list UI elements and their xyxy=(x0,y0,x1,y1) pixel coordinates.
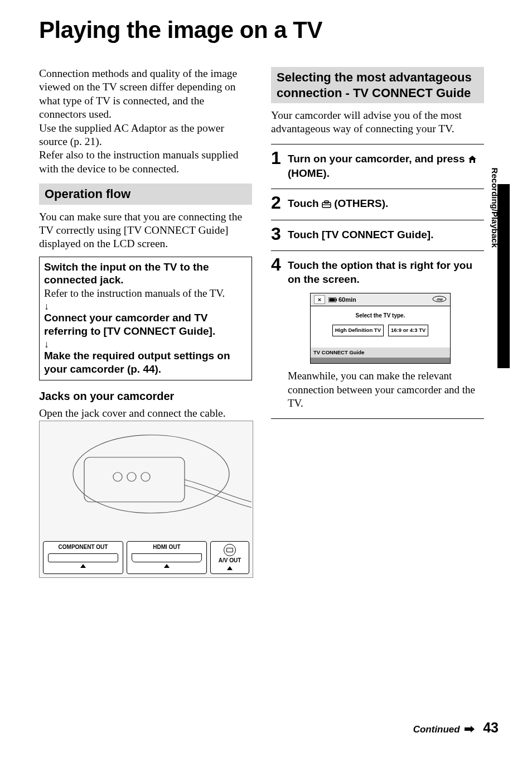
lcd-screenshot: × 60min -RW Select the TV type. High Def… xyxy=(310,293,451,364)
step-1-text-a: Turn on your camcorder, and press xyxy=(288,153,468,165)
lcd-body: Select the TV type. High Definition TV 1… xyxy=(311,306,450,347)
svg-rect-1 xyxy=(84,457,185,502)
box-step1-title: Switch the input on the TV to the connec… xyxy=(44,261,209,286)
hdmi-out-jack: HDMI OUT xyxy=(127,541,207,574)
step-number: 4 xyxy=(271,255,283,273)
step-2-text: Touch (OTHERS). xyxy=(288,194,388,212)
disc-rw-icon: -RW xyxy=(432,296,447,304)
divider xyxy=(271,220,484,220)
intro-paragraph: Connection methods and quality of the im… xyxy=(39,67,252,176)
others-toolbox-icon xyxy=(322,198,331,212)
step-1-text: Turn on your camcorder, and press (HOME)… xyxy=(288,149,484,181)
step-4: 4 Touch the option that is right for you… xyxy=(271,255,484,411)
divider xyxy=(271,144,484,144)
section-operation-flow: Operation flow xyxy=(39,184,252,205)
box-step3-title: Make the required output settings on you… xyxy=(44,350,230,375)
continued-label: Continued xyxy=(413,724,460,735)
divider xyxy=(271,250,484,251)
component-out-jack: COMPONENT OUT xyxy=(43,541,123,574)
svg-text:-RW: -RW xyxy=(436,297,443,301)
lcd-footer-label: TV CONNECT Guide xyxy=(311,348,450,358)
camcorder-drawing xyxy=(40,421,253,538)
step-4-aftertext: Meanwhile, you can make the relevant con… xyxy=(288,369,484,411)
close-icon: × xyxy=(314,295,325,304)
svg-rect-10 xyxy=(330,298,335,301)
av-out-label: A/V OUT xyxy=(219,557,241,563)
down-arrow-icon: ↓ xyxy=(44,340,247,349)
svg-point-3 xyxy=(127,472,136,481)
right-column: Selecting the most advantageous connecti… xyxy=(271,67,484,578)
option-169-43-tv: 16:9 or 4:3 TV xyxy=(388,325,428,336)
lcd-options: High Definition TV 16:9 or 4:3 TV xyxy=(315,325,446,336)
lcd-top-bar: × 60min -RW xyxy=(311,293,450,306)
page-number: 43 xyxy=(483,720,499,735)
home-icon xyxy=(468,153,477,167)
operation-flow-text: You can make sure that you are connectin… xyxy=(39,210,252,251)
jacks-label-row: COMPONENT OUT HDMI OUT A/V OUT xyxy=(40,538,253,577)
step-number: 3 xyxy=(271,225,283,243)
operation-flow-box: Switch the input on the TV to the connec… xyxy=(39,257,252,381)
component-out-label: COMPONENT OUT xyxy=(59,544,108,550)
step-3-text: Touch [TV CONNECT Guide]. xyxy=(288,225,433,242)
step-1-text-b: (HOME). xyxy=(288,167,330,179)
two-column-layout: Connection methods and quality of the im… xyxy=(39,67,499,578)
tv-connect-intro: Your camcorder will advise you of the mo… xyxy=(271,109,484,136)
step-3: 3 Touch [TV CONNECT Guide]. xyxy=(271,225,484,243)
step-1: 1 Turn on your camcorder, and press (HOM… xyxy=(271,149,484,181)
svg-point-2 xyxy=(113,472,122,481)
step-2: 2 Touch (OTHERS). xyxy=(271,194,484,212)
svg-rect-9 xyxy=(336,298,337,301)
section-tv-connect-guide: Selecting the most advantageous connecti… xyxy=(271,67,484,103)
divider xyxy=(271,418,484,419)
left-column: Connection methods and quality of the im… xyxy=(39,67,252,578)
divider xyxy=(271,189,484,189)
battery-time-label: 60min xyxy=(338,296,356,303)
jacks-text: Open the jack cover and connect the cabl… xyxy=(39,407,252,420)
svg-point-4 xyxy=(141,472,150,481)
step-4-text: Touch the option that is right for you o… xyxy=(288,255,484,411)
down-arrow-icon: ↓ xyxy=(44,302,247,311)
step-number: 1 xyxy=(271,149,283,167)
step-4-text-inner: Touch the option that is right for you o… xyxy=(288,259,472,285)
svg-rect-6 xyxy=(325,201,328,203)
lcd-prompt: Select the TV type. xyxy=(315,312,446,319)
svg-point-0 xyxy=(73,435,229,513)
lcd-bottom-bar xyxy=(311,358,450,363)
box-step2-title: Connect your camcorder and TV referring … xyxy=(44,312,215,337)
step-number: 2 xyxy=(271,194,283,211)
hdmi-out-label: HDMI OUT xyxy=(153,544,180,550)
page-content: Playing the image on a TV Connection met… xyxy=(0,0,532,757)
option-hd-tv: High Definition TV xyxy=(332,325,384,336)
box-step1-text: Refer to the instruction manuals of the … xyxy=(44,287,225,299)
page-footer: Continued 43 xyxy=(413,720,499,736)
page-title: Playing the image on a TV xyxy=(39,17,499,44)
continued-arrow-icon xyxy=(465,724,475,735)
step-2-text-a: Touch xyxy=(288,197,322,209)
battery-icon: 60min xyxy=(328,296,356,303)
subhead-jacks: Jacks on your camcorder xyxy=(39,389,252,403)
camcorder-jacks-illustration: COMPONENT OUT HDMI OUT A/V OUT xyxy=(39,421,253,578)
step-2-text-b: (OTHERS). xyxy=(331,197,388,209)
av-out-jack: A/V OUT xyxy=(210,541,249,574)
